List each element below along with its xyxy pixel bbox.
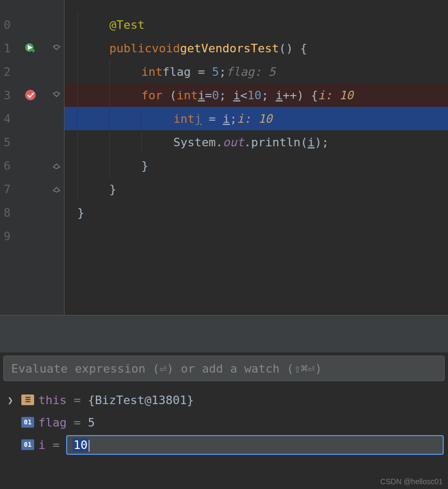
variable-value-input[interactable]: 10 [66,435,444,455]
inline-hint: i: 10 [318,89,353,102]
primitive-icon: 01 [21,439,34,450]
expand-arrow-icon[interactable]: ❯ [7,395,17,406]
inline-hint: flag: 5 [226,65,276,78]
object-icon: ☰ [21,395,34,405]
fold-toggle-icon[interactable] [53,159,60,172]
line-number: 1 [0,42,12,55]
line-number: 8 [0,206,12,219]
variable-row-editing: 01 i = 10 [4,433,444,456]
variables-tree[interactable]: ❯ ☰ this = {BizTest@13801} 01 flag = 5 0… [0,387,448,458]
debug-variables-panel: Evaluate expression (⏎) or add a watch (… [0,352,448,489]
gutter: 0 1 2 3 [0,0,64,315]
line-number: 2 [0,65,12,78]
line-number: 0 [0,18,12,31]
code-content[interactable]: @Test public void getVendorsTest() { int… [64,0,448,315]
inline-hint: i: 10 [237,112,272,125]
variable-row: ❯ ☰ this = {BizTest@13801} [4,389,444,411]
svg-point-1 [25,90,36,100]
evaluate-expression-input[interactable]: Evaluate expression (⏎) or add a watch (… [3,356,445,381]
line-number: 9 [0,230,12,243]
line-number: 3 [0,89,12,102]
line-number: 4 [0,112,12,125]
line-number: 7 [0,183,12,196]
run-test-icon[interactable] [25,42,36,54]
line-number: 5 [0,136,12,149]
fold-toggle-icon[interactable] [53,42,60,54]
fold-toggle-icon[interactable] [53,183,60,195]
line-number: 6 [0,159,12,172]
annotation: @Test [109,18,145,31]
watermark: CSDN @hellosc01 [380,477,443,486]
fold-toggle-icon[interactable] [53,89,60,101]
panel-divider[interactable] [0,315,448,352]
code-editor[interactable]: 0 1 2 3 [0,0,448,315]
primitive-icon: 01 [21,417,34,428]
variable-row: 01 flag = 5 [4,411,444,433]
breakpoint-icon[interactable] [25,89,36,101]
